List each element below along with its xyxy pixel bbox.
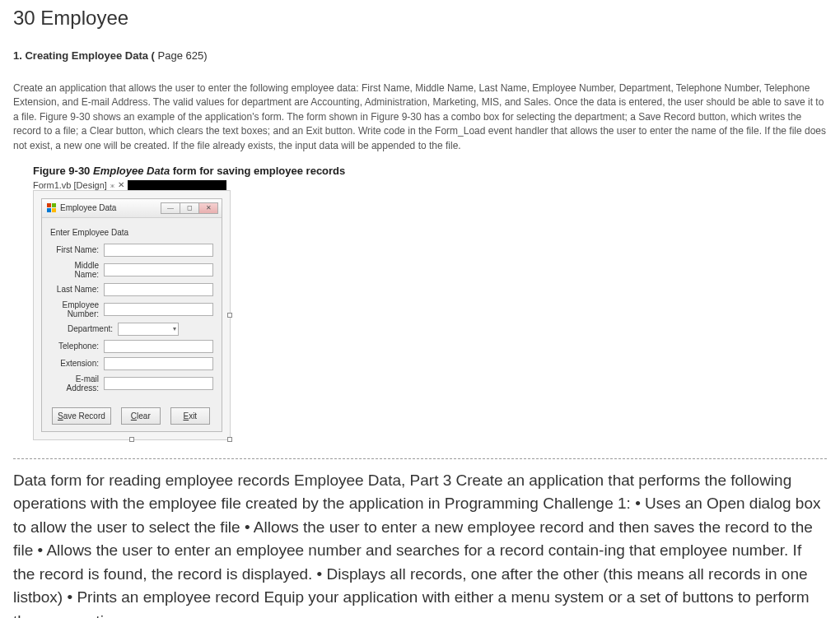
svg-rect-0: [47, 203, 51, 207]
exit-button[interactable]: Exit: [170, 407, 210, 425]
close-icon: ✕: [118, 180, 124, 189]
clear-button[interactable]: Clear: [121, 407, 161, 425]
input-middle-name[interactable]: [104, 263, 213, 276]
pin-icon: ⁎: [110, 180, 114, 189]
row-employee-number: Employee Number:: [50, 300, 213, 318]
row-extension: Extension:: [50, 357, 213, 370]
combo-department[interactable]: ▾: [118, 323, 179, 336]
minimize-button[interactable]: —: [161, 202, 180, 214]
input-employee-number[interactable]: [104, 303, 213, 316]
input-first-name[interactable]: [104, 244, 213, 257]
mock-titlebar: Employee Data — ◻ ✕: [42, 199, 222, 218]
row-middle-name: Middle Name:: [50, 261, 213, 279]
mock-window-controls: — ◻ ✕: [161, 202, 218, 214]
clear-rest: lear: [137, 411, 151, 421]
close-button[interactable]: ✕: [198, 202, 218, 214]
svg-rect-3: [52, 208, 56, 212]
section2-paragraph: Data form for reading employee records E…: [13, 469, 827, 618]
figure-caption: Figure 9-30 Employee Data form for savin…: [33, 165, 827, 177]
mock-button-row: Save Record Clear Exit: [50, 407, 213, 425]
mock-window: Employee Data — ◻ ✕ Enter Employee Data …: [41, 198, 222, 432]
row-telephone: Telephone:: [50, 340, 213, 353]
caption-rest: form for saving employee records: [170, 165, 345, 177]
save-mnemonic: S: [58, 411, 63, 421]
mock-frame: Employee Data — ◻ ✕ Enter Employee Data …: [33, 190, 231, 440]
heading-rest: Page 625): [155, 49, 208, 62]
label-department: Department:: [50, 324, 118, 333]
section1-paragraph: Create an application that allows the us…: [13, 81, 827, 153]
caption-prefix: Figure 9-30: [33, 165, 93, 177]
resize-handle-bottom[interactable]: [129, 437, 134, 442]
heading-bold: Creating Employee Data (: [22, 49, 155, 62]
svg-rect-2: [47, 208, 51, 212]
dashed-separator: [13, 458, 827, 459]
save-rest: ave Record: [63, 411, 105, 421]
row-department: Department: ▾: [50, 323, 213, 336]
input-email[interactable]: [104, 377, 213, 390]
label-telephone: Telephone:: [50, 342, 104, 351]
figure-block: Figure 9-30 Employee Data form for savin…: [33, 165, 827, 440]
chevron-down-icon: ▾: [173, 325, 176, 332]
page-title: 30 Employee: [13, 7, 827, 30]
section-heading-1: 1. Creating Employee Data ( Page 625): [13, 49, 827, 62]
caption-italic: Employee Data: [93, 165, 170, 177]
design-tab-label: Form1.vb [Design]: [33, 180, 107, 190]
label-employee-number: Employee Number:: [50, 300, 104, 318]
maximize-button[interactable]: ◻: [180, 202, 199, 214]
design-tab: Form1.vb [Design] ⁎ ✕: [33, 180, 827, 190]
row-first-name: First Name:: [50, 244, 213, 257]
label-extension: Extension:: [50, 359, 104, 368]
label-email: E-mail Address:: [50, 374, 104, 393]
input-last-name[interactable]: [104, 283, 213, 296]
mock-title-left: Employee Data: [47, 203, 116, 213]
mock-window-title: Employee Data: [60, 203, 116, 212]
input-telephone[interactable]: [104, 340, 213, 353]
label-last-name: Last Name:: [50, 285, 104, 294]
exit-rest: xit: [189, 411, 197, 421]
row-email: E-mail Address:: [50, 374, 213, 393]
input-extension[interactable]: [104, 357, 213, 370]
label-middle-name: Middle Name:: [50, 261, 104, 279]
svg-rect-1: [52, 203, 56, 207]
heading-num: 1.: [13, 49, 22, 62]
clear-mnemonic: C: [131, 411, 137, 421]
save-record-button[interactable]: Save Record: [52, 407, 111, 425]
tab-blackbar: [128, 180, 226, 190]
mock-heading: Enter Employee Data: [50, 228, 213, 237]
label-first-name: First Name:: [50, 245, 104, 254]
resize-handle-right[interactable]: [227, 313, 232, 318]
app-icon: [47, 203, 57, 213]
mock-body: Enter Employee Data First Name: Middle N…: [42, 218, 222, 431]
resize-handle-corner[interactable]: [227, 437, 232, 442]
row-last-name: Last Name:: [50, 283, 213, 296]
